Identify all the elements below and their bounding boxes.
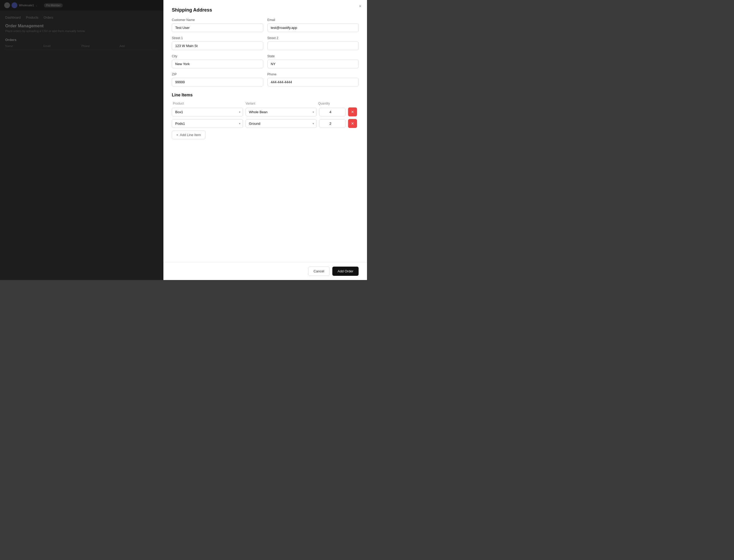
plus-icon: + — [176, 133, 178, 137]
variant-select-1[interactable]: Whole Bean Ground — [246, 108, 317, 116]
close-icon: ✕ — [351, 110, 354, 114]
quantity-input-1[interactable] — [319, 108, 345, 116]
product-select-wrapper-2: Box1 Pods1 Bag1 ▾ — [172, 119, 243, 128]
email-label: Email — [267, 18, 359, 22]
add-order-button[interactable]: Add Order — [332, 267, 359, 276]
street2-group: Street 2 — [267, 36, 359, 50]
phone-label: Phone — [267, 72, 359, 76]
email-input[interactable] — [267, 23, 359, 32]
line-items-title: Line Items — [172, 93, 359, 97]
modal-body: Shipping Address Customer Name Email Str… — [163, 0, 367, 262]
close-button[interactable]: × — [357, 3, 363, 9]
line-items-section: Line Items Product Variant Quantity Box1… — [172, 93, 359, 139]
cancel-button[interactable]: Cancel — [308, 267, 330, 276]
shipping-form: Customer Name Email Street 1 Street 2 Ci… — [172, 18, 359, 86]
modal-panel: × Shipping Address Customer Name Email S… — [163, 0, 367, 280]
col-quantity-label: Quantity — [318, 102, 344, 105]
street2-label: Street 2 — [267, 36, 359, 40]
product-select-1[interactable]: Box1 Pods1 Bag1 — [172, 108, 243, 116]
city-input[interactable] — [172, 60, 263, 68]
street2-input[interactable] — [267, 42, 359, 50]
remove-line-item-button-1[interactable]: ✕ — [348, 107, 357, 116]
quantity-input-2[interactable] — [319, 119, 345, 128]
col-product-label: Product — [173, 102, 243, 105]
city-label: City — [172, 54, 263, 58]
line-item-row: Box1 Pods1 Bag1 ▾ Ground Whole Bean ▾ ✕ — [172, 119, 359, 128]
state-label: State — [267, 54, 359, 58]
product-select-2[interactable]: Box1 Pods1 Bag1 — [172, 119, 243, 128]
city-group: City — [172, 54, 263, 68]
variant-select-2[interactable]: Ground Whole Bean — [246, 119, 317, 128]
street1-group: Street 1 — [172, 36, 263, 50]
close-icon: ✕ — [351, 121, 354, 126]
street1-input[interactable] — [172, 42, 263, 50]
phone-input[interactable] — [267, 78, 359, 86]
modal-section-title: Shipping Address — [172, 7, 359, 13]
customer-name-group: Customer Name — [172, 18, 263, 32]
modal-footer: Cancel Add Order — [163, 262, 367, 280]
add-line-item-button[interactable]: + Add Line Item — [172, 131, 205, 139]
variant-select-wrapper-1: Whole Bean Ground ▾ — [246, 108, 317, 116]
line-item-row: Box1 Pods1 Bag1 ▾ Whole Bean Ground ▾ ✕ — [172, 107, 359, 116]
state-group: State — [267, 54, 359, 68]
street1-label: Street 1 — [172, 36, 263, 40]
line-items-header: Product Variant Quantity — [172, 102, 359, 105]
variant-select-wrapper-2: Ground Whole Bean ▾ — [246, 119, 317, 128]
phone-group: Phone — [267, 72, 359, 86]
col-variant-label: Variant — [246, 102, 316, 105]
customer-name-input[interactable] — [172, 23, 263, 32]
add-line-item-label: Add Line Item — [180, 133, 201, 137]
remove-line-item-button-2[interactable]: ✕ — [348, 119, 357, 128]
zip-group: ZIP — [172, 72, 263, 86]
product-select-wrapper-1: Box1 Pods1 Bag1 ▾ — [172, 108, 243, 116]
zip-label: ZIP — [172, 72, 263, 76]
state-input[interactable] — [267, 60, 359, 68]
customer-name-label: Customer Name — [172, 18, 263, 22]
email-group: Email — [267, 18, 359, 32]
zip-input[interactable] — [172, 78, 263, 86]
